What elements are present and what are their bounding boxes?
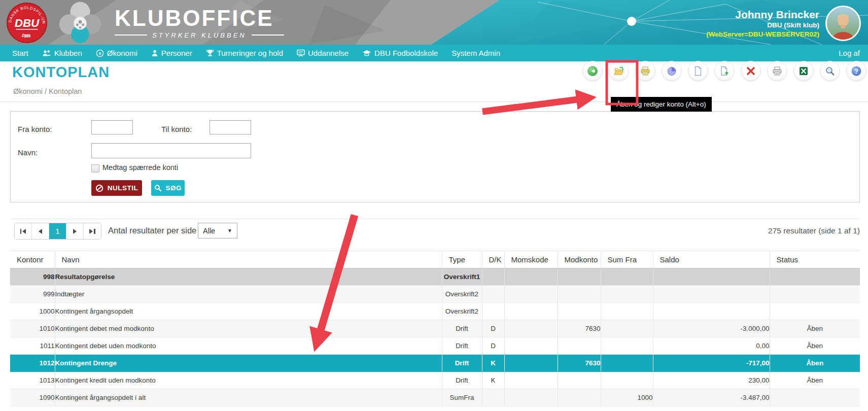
nav-label: Turneringer og hold [217, 49, 283, 57]
new-document-button[interactable] [688, 61, 708, 81]
reset-button[interactable]: NULSTIL [91, 180, 142, 196]
cell-dk: K [482, 372, 504, 389]
table-row-1010[interactable]: 1010Kontingent debet med modkontoDriftD7… [10, 320, 860, 337]
fra-konto-label: Fra konto: [18, 122, 52, 137]
graduation-cap-icon [362, 50, 371, 57]
cell-sumfra [601, 286, 653, 303]
column-header-kontonr[interactable]: Kontonr [10, 251, 55, 268]
column-header-dk[interactable]: D/K [482, 251, 504, 268]
cell-modkonto: 7630 [558, 320, 601, 337]
table-row-999[interactable]: 999IndtægterOverskrift2 [10, 286, 860, 303]
nav-item-personer[interactable]: Personer [151, 49, 192, 57]
per-page-select[interactable]: Alle ▼ [198, 223, 237, 238]
nav-item-okonomi[interactable]: s Økonomi [96, 49, 137, 57]
tagline-rule-left [115, 35, 147, 36]
column-header-modkonto[interactable]: Modkonto [558, 251, 601, 268]
brand-title: KLUBOFFICE [115, 7, 284, 30]
back-button[interactable] [582, 61, 603, 81]
last-page-button[interactable] [84, 223, 101, 239]
nav-item-system-admin[interactable]: System Admin [452, 49, 500, 57]
table-row-1012[interactable]: 1012Kontingent DrengeDriftK7630-717,00Åb… [10, 355, 860, 372]
cell-saldo: -3.487,00 [653, 389, 770, 406]
table-row-1011[interactable]: 1011Kontingent debet uden modkontoDriftD… [10, 337, 860, 355]
excel-icon [798, 65, 809, 77]
cell-type: Overskrift2 [442, 303, 482, 320]
table-row-998[interactable]: 998ResultatopgørelseOverskrift1 [10, 268, 860, 286]
column-header-sumfra[interactable]: Sum Fra [601, 251, 653, 268]
til-konto-input[interactable] [210, 120, 251, 134]
new-document-icon [692, 65, 704, 77]
nav-item-klubben[interactable]: Klubben [42, 49, 82, 57]
cell-status: Åben [770, 355, 860, 372]
table-row-1013[interactable]: 1013Kontingent kredit uden modkontoDrift… [10, 372, 860, 389]
cell-momskode [504, 389, 558, 406]
presentation-icon [297, 49, 305, 57]
help-button[interactable]: ? [846, 61, 866, 81]
next-page-button[interactable] [66, 223, 84, 239]
accounts-table: Kontonr Navn Type D/K Momskode Modkonto … [10, 251, 860, 406]
breadcrumb: Økonomi / Kontoplan [13, 87, 82, 95]
nav-item-turneringer[interactable]: Turneringer og hold [206, 49, 283, 57]
nav-item-fodboldskole[interactable]: DBU Fodboldskole [362, 49, 438, 57]
previous-page-button[interactable] [32, 223, 49, 239]
first-page-button[interactable] [15, 223, 32, 239]
cell-momskode [504, 286, 558, 303]
cell-dk: D [482, 337, 504, 355]
nav-item-start[interactable]: Start [12, 49, 28, 57]
search-lookup-button[interactable] [820, 61, 840, 81]
cell-dk [482, 303, 504, 320]
cell-kontonr: 1000 [10, 303, 55, 320]
delete-button[interactable] [741, 61, 761, 81]
pie-chart-icon [666, 65, 677, 77]
brand-tagline: STYRKER KLUBBEN [152, 31, 247, 39]
cell-sumfra [601, 337, 653, 355]
cell-modkonto [558, 286, 601, 303]
cell-sumfra [601, 268, 653, 286]
include-blocked-label: Medtag spærrede konti [102, 163, 178, 172]
column-header-type[interactable]: Type [442, 251, 482, 268]
cell-momskode [504, 303, 558, 320]
include-blocked-checkbox[interactable] [91, 164, 99, 173]
open-edit-account-button[interactable] [609, 61, 629, 81]
search-button[interactable]: SØG [151, 180, 185, 196]
navn-input[interactable] [91, 143, 251, 158]
cell-kontonr: 1012 [10, 355, 55, 372]
table-row-1090[interactable]: 1090Kontingent årgangsopdelt i altSumFra… [10, 389, 860, 406]
cell-modkonto [558, 389, 601, 406]
logout-link[interactable]: Log af [839, 45, 860, 61]
no-entry-icon [95, 184, 103, 192]
user-server-info: (WebServer=DBU-WEBSERVER02) [706, 30, 819, 39]
nav-item-uddannelse[interactable]: Uddannelse [297, 49, 349, 57]
cell-kontonr: 998 [10, 268, 55, 286]
avatar[interactable] [825, 6, 861, 41]
fra-konto-input[interactable] [91, 120, 133, 134]
print-button[interactable] [767, 61, 787, 81]
column-header-navn[interactable]: Navn [55, 251, 442, 268]
pie-chart-button[interactable] [662, 61, 682, 81]
column-header-saldo[interactable]: Saldo [653, 251, 770, 268]
dbu-badge-logo: DANSK BOLDSPIL-UNION DBU 1889 [6, 2, 48, 44]
print-preview-button[interactable] [635, 61, 655, 81]
cell-kontonr: 999 [10, 286, 55, 303]
cell-type: Drift [442, 320, 482, 337]
cell-navn: Kontingent årgangsopdelt [55, 303, 442, 320]
cell-status: Åben [770, 337, 860, 355]
cell-modkonto [558, 372, 601, 389]
export-document-button[interactable] [714, 61, 735, 81]
page-number-button[interactable]: 1 [49, 223, 66, 239]
column-header-momskode[interactable]: Momskode [504, 251, 558, 268]
cell-saldo: -3.000,00 [653, 320, 770, 337]
cell-saldo: 0,00 [653, 337, 770, 355]
cell-dk [482, 268, 504, 286]
excel-export-button[interactable] [793, 61, 814, 81]
cell-navn: Kontingent kredit uden modkonto [55, 372, 442, 389]
people-icon [42, 50, 51, 57]
table-row-1000[interactable]: 1000Kontingent årgangsopdeltOverskrift2 [10, 303, 860, 320]
cell-status [770, 286, 860, 303]
open-edit-icon [613, 65, 624, 77]
user-club-switch[interactable]: DBU (Skift klub) [706, 21, 819, 30]
export-document-icon [719, 65, 730, 77]
cell-modkonto: 7630 [558, 355, 601, 372]
column-header-status[interactable]: Status [770, 251, 860, 268]
til-konto-label: Til konto: [161, 122, 192, 137]
